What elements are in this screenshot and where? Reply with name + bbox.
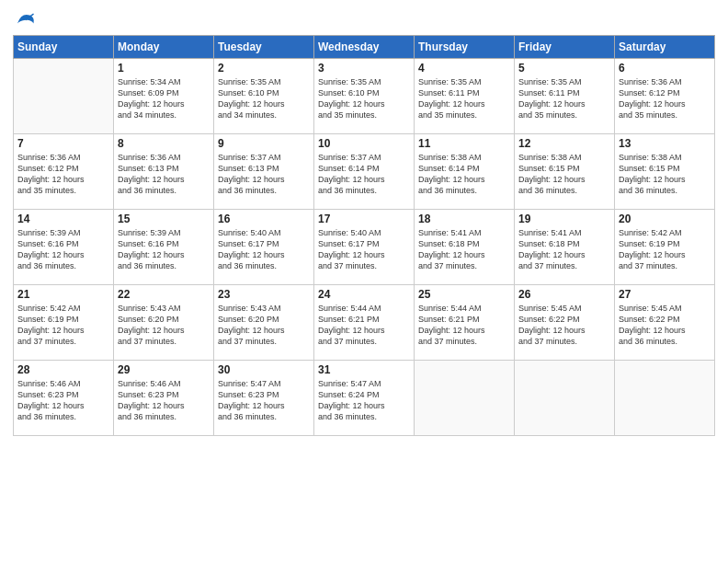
weekday-tuesday: Tuesday [214, 36, 314, 59]
day-info: Sunrise: 5:35 AM Sunset: 6:11 PM Dayligh… [418, 76, 510, 121]
day-info: Sunrise: 5:39 AM Sunset: 6:16 PM Dayligh… [118, 227, 210, 272]
day-info: Sunrise: 5:41 AM Sunset: 6:18 PM Dayligh… [418, 227, 510, 272]
weekday-wednesday: Wednesday [314, 36, 415, 59]
day-info: Sunrise: 5:41 AM Sunset: 6:18 PM Dayligh… [518, 227, 610, 272]
calendar-cell: 16Sunrise: 5:40 AM Sunset: 6:17 PM Dayli… [214, 210, 314, 285]
day-info: Sunrise: 5:38 AM Sunset: 6:14 PM Dayligh… [418, 152, 510, 197]
day-number: 3 [318, 62, 410, 75]
day-info: Sunrise: 5:36 AM Sunset: 6:12 PM Dayligh… [17, 152, 109, 197]
day-number: 7 [17, 137, 109, 150]
calendar-cell: 14Sunrise: 5:39 AM Sunset: 6:16 PM Dayli… [14, 210, 114, 285]
day-info: Sunrise: 5:35 AM Sunset: 6:11 PM Dayligh… [518, 76, 610, 121]
weekday-saturday: Saturday [615, 36, 715, 59]
calendar-cell: 3Sunrise: 5:35 AM Sunset: 6:10 PM Daylig… [314, 59, 415, 134]
calendar-cell: 9Sunrise: 5:37 AM Sunset: 6:13 PM Daylig… [214, 134, 314, 210]
day-info: Sunrise: 5:35 AM Sunset: 6:10 PM Dayligh… [318, 76, 410, 121]
header [13, 9, 715, 29]
day-number: 11 [418, 137, 510, 150]
day-info: Sunrise: 5:37 AM Sunset: 6:13 PM Dayligh… [218, 152, 310, 197]
day-number: 24 [318, 288, 410, 301]
day-number: 30 [218, 363, 310, 376]
weekday-monday: Monday [114, 36, 214, 59]
day-number: 26 [518, 288, 610, 301]
day-number: 13 [619, 137, 711, 150]
calendar-cell: 4Sunrise: 5:35 AM Sunset: 6:11 PM Daylig… [415, 59, 515, 134]
day-number: 28 [17, 363, 109, 376]
week-row-1: 7Sunrise: 5:36 AM Sunset: 6:12 PM Daylig… [14, 134, 715, 210]
day-info: Sunrise: 5:44 AM Sunset: 6:21 PM Dayligh… [418, 303, 510, 348]
day-info: Sunrise: 5:42 AM Sunset: 6:19 PM Dayligh… [619, 227, 711, 272]
calendar-cell: 31Sunrise: 5:47 AM Sunset: 6:24 PM Dayli… [314, 361, 415, 436]
day-info: Sunrise: 5:38 AM Sunset: 6:15 PM Dayligh… [518, 152, 610, 197]
day-info: Sunrise: 5:37 AM Sunset: 6:14 PM Dayligh… [318, 152, 410, 197]
day-info: Sunrise: 5:46 AM Sunset: 6:23 PM Dayligh… [118, 378, 210, 423]
calendar: SundayMondayTuesdayWednesdayThursdayFrid… [13, 35, 715, 436]
logo-text [13, 13, 35, 29]
day-info: Sunrise: 5:38 AM Sunset: 6:15 PM Dayligh… [619, 152, 711, 197]
day-info: Sunrise: 5:43 AM Sunset: 6:20 PM Dayligh… [118, 303, 210, 348]
calendar-cell: 23Sunrise: 5:43 AM Sunset: 6:20 PM Dayli… [214, 285, 314, 361]
day-info: Sunrise: 5:46 AM Sunset: 6:23 PM Dayligh… [17, 378, 109, 423]
calendar-cell: 5Sunrise: 5:35 AM Sunset: 6:11 PM Daylig… [515, 59, 615, 134]
calendar-cell: 25Sunrise: 5:44 AM Sunset: 6:21 PM Dayli… [415, 285, 515, 361]
calendar-cell [515, 361, 615, 436]
day-number: 31 [318, 363, 410, 376]
calendar-cell: 17Sunrise: 5:40 AM Sunset: 6:17 PM Dayli… [314, 210, 415, 285]
calendar-cell: 1Sunrise: 5:34 AM Sunset: 6:09 PM Daylig… [114, 59, 214, 134]
logo-icon [15, 9, 35, 29]
day-number: 23 [218, 288, 310, 301]
calendar-cell: 21Sunrise: 5:42 AM Sunset: 6:19 PM Dayli… [14, 285, 114, 361]
day-info: Sunrise: 5:47 AM Sunset: 6:24 PM Dayligh… [318, 378, 410, 423]
day-info: Sunrise: 5:40 AM Sunset: 6:17 PM Dayligh… [218, 227, 310, 272]
calendar-cell [14, 59, 114, 134]
calendar-cell: 29Sunrise: 5:46 AM Sunset: 6:23 PM Dayli… [114, 361, 214, 436]
calendar-cell: 6Sunrise: 5:36 AM Sunset: 6:12 PM Daylig… [615, 59, 715, 134]
calendar-cell: 13Sunrise: 5:38 AM Sunset: 6:15 PM Dayli… [615, 134, 715, 210]
day-number: 12 [518, 137, 610, 150]
day-info: Sunrise: 5:36 AM Sunset: 6:12 PM Dayligh… [619, 76, 711, 121]
day-number: 21 [17, 288, 109, 301]
day-number: 9 [218, 137, 310, 150]
calendar-cell [415, 361, 515, 436]
week-row-3: 21Sunrise: 5:42 AM Sunset: 6:19 PM Dayli… [14, 285, 715, 361]
calendar-cell: 26Sunrise: 5:45 AM Sunset: 6:22 PM Dayli… [515, 285, 615, 361]
week-row-2: 14Sunrise: 5:39 AM Sunset: 6:16 PM Dayli… [14, 210, 715, 285]
day-info: Sunrise: 5:45 AM Sunset: 6:22 PM Dayligh… [518, 303, 610, 348]
weekday-sunday: Sunday [14, 36, 114, 59]
calendar-cell: 12Sunrise: 5:38 AM Sunset: 6:15 PM Dayli… [515, 134, 615, 210]
day-number: 6 [619, 62, 711, 75]
day-number: 27 [619, 288, 711, 301]
page: SundayMondayTuesdayWednesdayThursdayFrid… [0, 0, 728, 563]
week-row-4: 28Sunrise: 5:46 AM Sunset: 6:23 PM Dayli… [14, 361, 715, 436]
calendar-cell: 10Sunrise: 5:37 AM Sunset: 6:14 PM Dayli… [314, 134, 415, 210]
calendar-cell: 22Sunrise: 5:43 AM Sunset: 6:20 PM Dayli… [114, 285, 214, 361]
day-info: Sunrise: 5:44 AM Sunset: 6:21 PM Dayligh… [318, 303, 410, 348]
day-number: 16 [218, 213, 310, 225]
day-number: 17 [318, 213, 410, 225]
calendar-cell: 27Sunrise: 5:45 AM Sunset: 6:22 PM Dayli… [615, 285, 715, 361]
calendar-cell: 18Sunrise: 5:41 AM Sunset: 6:18 PM Dayli… [415, 210, 515, 285]
calendar-cell: 30Sunrise: 5:47 AM Sunset: 6:23 PM Dayli… [214, 361, 314, 436]
day-info: Sunrise: 5:42 AM Sunset: 6:19 PM Dayligh… [17, 303, 109, 348]
day-number: 14 [17, 213, 109, 225]
day-info: Sunrise: 5:35 AM Sunset: 6:10 PM Dayligh… [218, 76, 310, 121]
day-number: 29 [118, 363, 210, 376]
calendar-cell: 20Sunrise: 5:42 AM Sunset: 6:19 PM Dayli… [615, 210, 715, 285]
calendar-cell: 11Sunrise: 5:38 AM Sunset: 6:14 PM Dayli… [415, 134, 515, 210]
day-number: 18 [418, 213, 510, 225]
day-info: Sunrise: 5:45 AM Sunset: 6:22 PM Dayligh… [619, 303, 711, 348]
calendar-cell: 19Sunrise: 5:41 AM Sunset: 6:18 PM Dayli… [515, 210, 615, 285]
day-number: 1 [118, 62, 210, 75]
week-row-0: 1Sunrise: 5:34 AM Sunset: 6:09 PM Daylig… [14, 59, 715, 134]
day-info: Sunrise: 5:39 AM Sunset: 6:16 PM Dayligh… [17, 227, 109, 272]
day-info: Sunrise: 5:43 AM Sunset: 6:20 PM Dayligh… [218, 303, 310, 348]
day-number: 22 [118, 288, 210, 301]
day-number: 19 [518, 213, 610, 225]
day-info: Sunrise: 5:40 AM Sunset: 6:17 PM Dayligh… [318, 227, 410, 272]
calendar-cell: 24Sunrise: 5:44 AM Sunset: 6:21 PM Dayli… [314, 285, 415, 361]
day-info: Sunrise: 5:34 AM Sunset: 6:09 PM Dayligh… [118, 76, 210, 121]
calendar-cell [615, 361, 715, 436]
day-number: 2 [218, 62, 310, 75]
weekday-friday: Friday [515, 36, 615, 59]
calendar-cell: 8Sunrise: 5:36 AM Sunset: 6:13 PM Daylig… [114, 134, 214, 210]
